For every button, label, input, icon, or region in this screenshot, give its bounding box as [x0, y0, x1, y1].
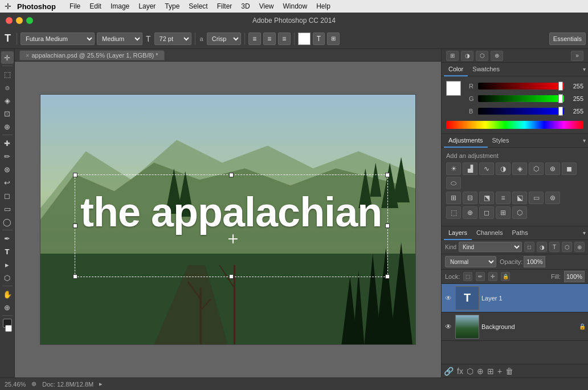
layer-delete-btn[interactable]: 🗑 — [505, 367, 513, 376]
menu-view[interactable]: View — [255, 0, 279, 13]
font-size-select[interactable]: 72 pt — [154, 32, 191, 45]
align-right-button[interactable]: ≡ — [278, 32, 291, 45]
r-slider-handle[interactable] — [558, 82, 563, 91]
r-slider-track[interactable] — [478, 83, 564, 90]
layer-item-background[interactable]: 👁 Background 🔒 — [442, 312, 588, 341]
layers-filter-adj-btn[interactable]: ◑ — [537, 242, 547, 252]
font-weight-select[interactable]: Medium — [97, 32, 142, 45]
menu-window[interactable]: Window — [279, 0, 312, 13]
status-arrow-icon[interactable]: ▸ — [99, 380, 103, 388]
adj-levels-btn[interactable]: ▟ — [463, 162, 477, 175]
layers-filter-shape-btn[interactable]: ⬡ — [562, 242, 572, 252]
tool-brush[interactable]: ✏ — [1, 150, 14, 162]
adj-curves-btn[interactable]: ∿ — [479, 162, 494, 175]
tool-dodge[interactable]: ◯ — [1, 216, 14, 228]
g-slider-track[interactable] — [478, 95, 564, 102]
background-layer-visibility-toggle[interactable]: 👁 — [444, 322, 453, 331]
color-preview-swatch[interactable] — [446, 81, 461, 96]
tab-channels[interactable]: Channels — [472, 226, 507, 240]
antialiasing-select[interactable]: Crisp — [207, 32, 241, 45]
adj-extra-3[interactable]: ◻ — [479, 206, 494, 219]
tool-history[interactable]: ↩ — [1, 176, 14, 189]
adj-bw-btn[interactable]: ◼ — [562, 162, 577, 175]
tool-healing[interactable]: ✚ — [1, 137, 14, 149]
menu-3d[interactable]: 3D — [236, 0, 254, 13]
canvas-text-layer[interactable]: the appalachian — [80, 189, 382, 235]
close-tab-icon[interactable]: × — [26, 52, 29, 59]
tool-crop[interactable]: ⊡ — [1, 107, 14, 120]
font-family-select[interactable]: Futura Medium — [21, 32, 95, 45]
tab-styles[interactable]: Styles — [488, 134, 514, 148]
tool-select-rect[interactable]: ⬚ — [1, 68, 14, 80]
tool-lasso[interactable]: ⌾ — [1, 81, 14, 94]
layers-filter-text-btn[interactable]: T — [549, 242, 560, 252]
tab-adjustments[interactable]: Adjustments — [444, 134, 488, 148]
layer-adj-btn[interactable]: ⊕ — [477, 367, 484, 376]
panel-icon-1[interactable]: ⊞ — [446, 51, 459, 61]
tool-quick-select[interactable]: ◈ — [1, 94, 14, 107]
character-panel-button[interactable]: ⊞ — [327, 32, 340, 45]
adj-gradient-map-btn[interactable]: ▭ — [529, 192, 544, 204]
tool-zoom[interactable]: ⊕ — [1, 301, 14, 314]
tool-shape[interactable]: ⬡ — [1, 271, 14, 284]
lock-paint-btn[interactable]: ✏ — [476, 272, 485, 281]
adj-exposure-btn[interactable]: ◑ — [496, 162, 511, 175]
layers-panel-collapse-icon[interactable]: ▾ — [583, 230, 586, 236]
panel-icon-4[interactable]: ⊕ — [491, 51, 503, 61]
adj-extra-2[interactable]: ⊕ — [463, 206, 477, 219]
tab-paths[interactable]: Paths — [508, 226, 533, 240]
tool-pen[interactable]: ✒ — [1, 232, 14, 245]
lock-all-btn[interactable]: 🔒 — [501, 272, 510, 281]
status-share-icon[interactable]: ⊕ — [31, 380, 36, 388]
b-slider-track[interactable] — [478, 108, 564, 115]
layers-filter-pixel-btn[interactable]: □ — [524, 242, 534, 252]
essentials-button[interactable]: Essentials — [549, 32, 586, 45]
layer-group-btn[interactable]: ⊞ — [487, 367, 494, 376]
fill-input[interactable] — [564, 271, 585, 282]
layer-fx-btn[interactable]: fx — [457, 367, 463, 376]
layers-filter-smart-btn[interactable]: ⊕ — [574, 242, 585, 252]
adj-invert-btn[interactable]: ⬔ — [479, 192, 494, 204]
adj-vibrance-btn[interactable]: ◈ — [512, 162, 527, 175]
adj-photo-filter-btn[interactable]: ⬭ — [446, 177, 461, 189]
adj-color-lookup-btn[interactable]: ⊟ — [463, 192, 477, 204]
color-panel-collapse-icon[interactable]: ▾ — [583, 66, 586, 72]
blend-mode-select[interactable]: Normal — [445, 256, 496, 267]
menu-select[interactable]: Select — [184, 0, 212, 13]
layer-new-btn[interactable]: + — [497, 367, 502, 376]
layer-mask-btn[interactable]: ⬡ — [467, 367, 473, 376]
b-slider-handle[interactable] — [558, 107, 563, 116]
adj-select-color-btn[interactable]: ⊛ — [545, 192, 560, 204]
minimize-button[interactable] — [16, 17, 23, 24]
tool-eraser[interactable]: ◻ — [1, 189, 14, 202]
panel-icon-2[interactable]: ◑ — [461, 51, 473, 61]
color-spectrum-bar[interactable] — [446, 121, 583, 129]
close-button[interactable] — [6, 17, 13, 24]
tool-eyedropper[interactable]: ⊕ — [1, 120, 14, 133]
tab-layers[interactable]: Layers — [444, 226, 472, 240]
adj-hue-sat-btn[interactable]: ⬡ — [529, 162, 544, 175]
text-color-swatch[interactable] — [298, 32, 311, 45]
tab-color[interactable]: Color — [444, 63, 468, 76]
kind-select[interactable]: Kind — [459, 242, 522, 252]
maximize-button[interactable] — [26, 17, 33, 24]
align-left-button[interactable]: ≡ — [248, 32, 261, 45]
tool-path-select[interactable]: ▸ — [1, 258, 14, 271]
tool-hand[interactable]: ✋ — [1, 288, 14, 300]
adj-channel-mix-btn[interactable]: ⊞ — [446, 192, 461, 204]
document-tab[interactable]: × appalachian.psd @ 25.5% (Layer 1, RGB/… — [19, 50, 165, 60]
layer-item-1[interactable]: 👁 T Layer 1 — [442, 284, 588, 312]
opacity-input[interactable] — [524, 256, 545, 267]
tool-clone[interactable]: ⊛ — [1, 163, 14, 176]
adj-extra-1[interactable]: ⬚ — [446, 206, 461, 219]
lock-move-btn[interactable]: ✛ — [488, 272, 497, 281]
warp-text-button[interactable]: T — [313, 32, 325, 45]
adj-threshold-btn[interactable]: ⬕ — [512, 192, 527, 204]
align-center-button[interactable]: ≡ — [263, 32, 276, 45]
tool-gradient[interactable]: ▭ — [1, 202, 14, 215]
g-slider-handle[interactable] — [558, 94, 563, 103]
adj-extra-5[interactable]: ⬡ — [512, 206, 527, 219]
tool-text[interactable]: T — [1, 245, 14, 258]
tab-swatches[interactable]: Swatches — [468, 63, 504, 76]
layer-link-btn[interactable]: 🔗 — [444, 367, 454, 376]
